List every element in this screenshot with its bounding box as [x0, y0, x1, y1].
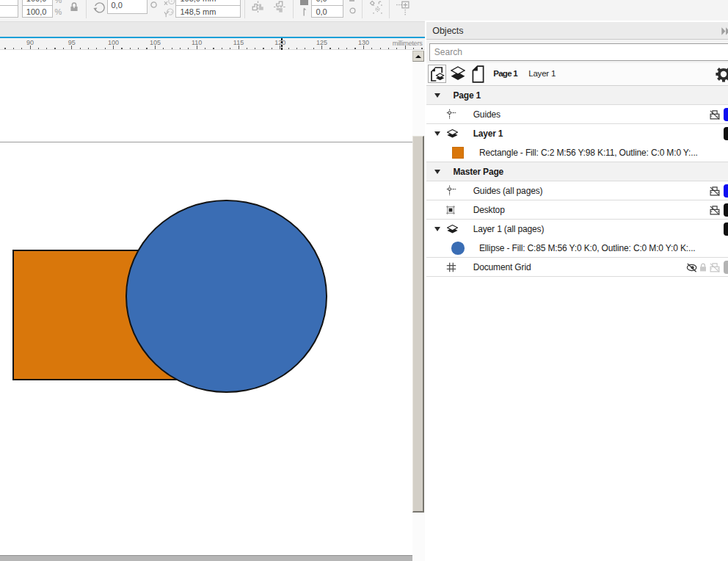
ruler-minor-tick: [121, 48, 122, 49]
grid-icon: [446, 262, 456, 272]
tree-row-label: Layer 1 (all pages): [473, 224, 545, 234]
vertical-scrollbar-thumb[interactable]: [412, 136, 424, 513]
tree-row-layer-1[interactable]: Layer 1: [426, 124, 728, 143]
layer-color-swatch[interactable]: [724, 222, 728, 236]
lock-ratio-icon[interactable]: [70, 1, 79, 13]
search-band: [426, 40, 728, 63]
ruler-label: 105: [150, 39, 161, 46]
up-arrow-icon: [415, 55, 421, 58]
ruler-minor-tick: [163, 48, 164, 49]
ruler-minor-tick: [354, 48, 355, 49]
expander-icon[interactable]: [434, 93, 440, 98]
tree-row-ellipse[interactable]: Ellipse - Fill: C:85 M:56 Y:0 K:0, Outli…: [426, 239, 728, 258]
ruler-minor-tick: [222, 48, 222, 49]
tree-row-master-page[interactable]: Master Page: [426, 162, 728, 181]
layer-color-swatch[interactable]: [724, 203, 728, 217]
breadcrumb-page: Page 1: [493, 69, 517, 78]
ruler-minor-tick: [138, 48, 139, 49]
snap-icon[interactable]: [369, 1, 383, 15]
layers-icon: [447, 225, 458, 234]
ruler-minor-tick: [263, 48, 263, 49]
vertical-scrollbar[interactable]: [412, 50, 425, 561]
scale-v-field[interactable]: 100,0: [22, 5, 54, 18]
object-size-height-field[interactable]: [0, 5, 18, 18]
tree-row-label: Rectangle - Fill: C:2 M:56 Y:98 K:11, Ou…: [479, 148, 698, 158]
search-input[interactable]: [429, 43, 728, 60]
ruler-minor-tick: [4, 48, 5, 49]
docker-title-bar: Objects: [426, 22, 728, 40]
tree-row-page-1[interactable]: Page 1: [426, 86, 728, 105]
interactive-fill-icon[interactable]: [396, 1, 410, 15]
ruler-minor-tick: [371, 48, 372, 49]
guides-icon: [445, 185, 456, 195]
expander-icon[interactable]: [434, 227, 440, 231]
mirror-vertical-icon[interactable]: [274, 1, 286, 14]
ruler-label: 130: [358, 39, 369, 46]
ruler-minor-tick: [146, 48, 147, 49]
non-printing-icon[interactable]: [710, 110, 720, 120]
docker-options-gear-icon[interactable]: [715, 65, 728, 83]
layer-color-swatch[interactable]: [724, 184, 728, 198]
collapse-docker-icon[interactable]: [721, 27, 728, 35]
coreldraw-window: 100,0 100,0 % % 0,0 105,0 mm 148,5 mm 0,…: [0, 0, 728, 561]
ruler-minor-tick: [338, 48, 339, 49]
drawing-canvas[interactable]: [0, 50, 412, 561]
tree-row-label: Ellipse - Fill: C:85 M:56 Y:0 K:0, Outli…: [479, 243, 696, 253]
tree-row-document-grid[interactable]: Document Grid: [426, 258, 728, 277]
view-pages-layers-button[interactable]: [428, 65, 446, 83]
horizontal-scrollbar[interactable]: [0, 555, 412, 561]
tree-row-layer-1-all-pages[interactable]: Layer 1 (all pages): [426, 220, 728, 239]
toolbar-gap: [0, 21, 425, 37]
ruler-label: 120: [274, 39, 285, 46]
ruler-minor-tick: [130, 48, 131, 49]
ruler-minor-tick: [88, 48, 89, 49]
pos-y-field[interactable]: 0,0: [311, 5, 343, 18]
ruler-cursor-mark: [281, 45, 283, 47]
ruler-minor-tick: [63, 48, 64, 49]
ruler-minor-tick: [213, 48, 214, 49]
tree-row-guides-all-pages[interactable]: Guides (all pages): [426, 181, 728, 200]
tree-row-guides[interactable]: Guides: [426, 105, 728, 124]
ruler-minor-tick: [13, 48, 14, 49]
pages-layers-icon: [430, 67, 445, 82]
objects-docker: Objects Page 1 Layer 1 Page 1GuidesLayer…: [426, 21, 728, 561]
layer-color-swatch[interactable]: [724, 127, 728, 140]
layer-color-swatch[interactable]: [724, 261, 728, 274]
expander-icon[interactable]: [434, 131, 440, 136]
size-height-field[interactable]: 148,5 mm: [175, 5, 241, 18]
ruler-minor-tick: [421, 48, 422, 49]
non-printing-icon[interactable]: [710, 263, 720, 272]
rotate-y-icon: [164, 7, 175, 18]
expander-icon[interactable]: [434, 170, 440, 174]
layer-color-swatch[interactable]: [724, 108, 728, 121]
horizontal-ruler[interactable]: millimeters 9095100105110115120125130: [0, 38, 425, 51]
mirror-horizontal-icon[interactable]: [252, 1, 264, 14]
ruler-label: 125: [316, 39, 327, 46]
docker-toolbar: Page 1 Layer 1: [426, 63, 728, 86]
page-boundary-line: [0, 142, 412, 143]
ruler-minor-tick: [380, 48, 381, 49]
ruler-minor-tick: [346, 48, 347, 49]
ruler-minor-tick: [296, 48, 297, 49]
tree-row-desktop[interactable]: Desktop: [426, 200, 728, 220]
rotate-x-icon: [164, 0, 175, 6]
ruler-minor-tick: [172, 48, 172, 49]
ring-icon: [349, 7, 356, 14]
ruler-units-label: millimeters: [393, 40, 423, 47]
ruler-minor-tick: [396, 48, 397, 49]
scroll-up-button[interactable]: [412, 51, 424, 62]
ruler-label: 95: [68, 39, 76, 46]
non-printing-icon[interactable]: [710, 206, 720, 215]
tree-row-rectangle[interactable]: Rectangle - Fill: C:2 M:56 Y:98 K:11, Ou…: [426, 143, 728, 162]
pages-view-icon[interactable]: [472, 65, 484, 83]
rotation-angle-field[interactable]: 0,0: [107, 0, 148, 14]
layers-view-icon[interactable]: [451, 65, 465, 82]
visibility-off-icon[interactable]: [686, 263, 698, 272]
non-printing-icon[interactable]: [710, 187, 720, 196]
lock-icon[interactable]: [699, 263, 707, 272]
breadcrumb-layer: Layer 1: [528, 69, 556, 78]
ruler-major-tick: [405, 46, 406, 49]
ruler-minor-tick: [54, 48, 55, 49]
nudge-bar-icon: [300, 0, 309, 5]
ellipse-shape[interactable]: [125, 200, 327, 393]
